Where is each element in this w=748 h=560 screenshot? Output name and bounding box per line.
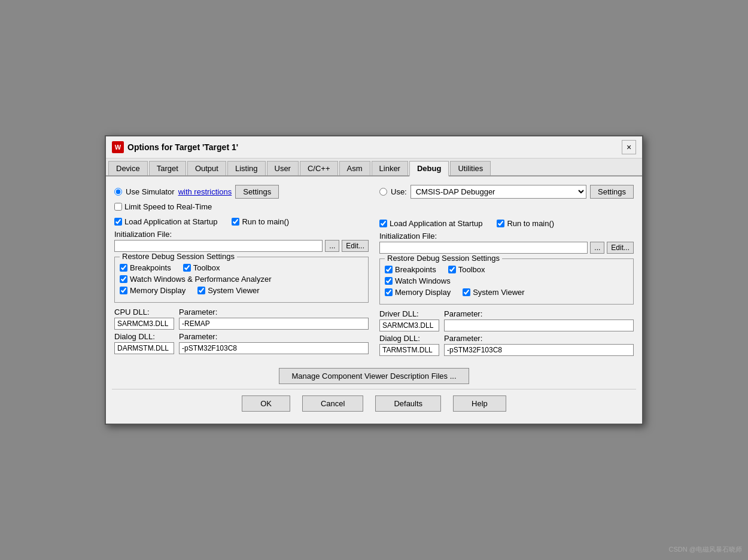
right-sysviewer-checkbox[interactable]	[463, 288, 470, 296]
defaults-button[interactable]: Defaults	[375, 395, 441, 412]
left-memory-checkbox[interactable]	[120, 287, 127, 294]
tab-linker[interactable]: Linker	[372, 161, 408, 175]
right-edit-button[interactable]: Edit...	[607, 242, 634, 254]
left-cpu-param-input[interactable]	[179, 318, 369, 330]
right-restore-group: Restore Debug Session Settings Breakpoin…	[379, 258, 634, 305]
right-watch-label: Watch Windows	[395, 276, 451, 285]
use-simulator-label: Use Simulator	[126, 187, 175, 196]
options-dialog: W Options for Target 'Target 1' × Device…	[105, 135, 643, 425]
tab-bar: Device Target Output Listing User C/C++ …	[106, 159, 642, 176]
right-settings-button[interactable]: Settings	[590, 185, 634, 199]
left-load-app-checkbox[interactable]	[114, 218, 122, 226]
left-dialog-dll-col: Dialog DLL:	[114, 332, 174, 354]
left-restore-inner: Breakpoints Toolbox Watch Windows & Perf…	[120, 263, 363, 297]
tab-debug[interactable]: Debug	[409, 161, 449, 176]
right-init-file-label: Initialization File:	[379, 232, 634, 241]
left-toolbox-checkbox[interactable]	[183, 264, 191, 272]
tab-utilities[interactable]: Utilities	[450, 161, 491, 175]
left-sysviewer-label: System Viewer	[208, 286, 259, 295]
left-init-file-input[interactable]	[114, 240, 323, 252]
right-dialog-dll-input[interactable]	[379, 344, 439, 356]
ok-button[interactable]: OK	[242, 395, 290, 412]
left-dialog-param-input[interactable]	[179, 342, 369, 354]
right-run-to-main-checkbox[interactable]	[497, 220, 504, 227]
left-watch-row: Watch Windows & Performance Analyzer	[120, 275, 363, 284]
right-dialog-dll-label: Dialog DLL:	[379, 334, 439, 343]
load-app-row: Load Application at Startup Run to main(…	[114, 217, 369, 226]
left-breakpoints-label: Breakpoints	[130, 263, 171, 272]
title-bar-left: W Options for Target 'Target 1'	[112, 141, 238, 153]
left-dialog-dll-input[interactable]	[114, 342, 174, 354]
left-dialog-param-col: Parameter:	[179, 332, 369, 354]
right-driver-param-input[interactable]	[444, 319, 634, 331]
left-settings-button[interactable]: Settings	[235, 185, 279, 199]
use-simulator-radio[interactable]	[114, 188, 122, 196]
right-dialog-param-col: Parameter:	[444, 334, 634, 356]
right-memory-checkbox[interactable]	[385, 288, 393, 296]
left-browse-button[interactable]: ...	[325, 240, 339, 252]
right-driver-dll-input[interactable]	[379, 319, 439, 331]
left-run-to-main-checkbox[interactable]	[232, 218, 239, 226]
right-run-to-main-label: Run to main()	[507, 219, 554, 228]
cancel-button[interactable]: Cancel	[302, 395, 363, 412]
right-load-app-label: Load Application at Startup	[390, 219, 482, 228]
with-restrictions-link[interactable]: with restrictions	[178, 187, 232, 196]
left-section: Use Simulator with restrictions Settings…	[112, 182, 371, 361]
two-col-layout: Use Simulator with restrictions Settings…	[112, 182, 636, 361]
use-debugger-radio[interactable]	[379, 188, 387, 196]
manage-row: Manage Component Viewer Description File…	[112, 368, 636, 384]
right-dialog-param-input[interactable]	[444, 344, 634, 356]
limit-speed-checkbox[interactable]	[114, 203, 122, 211]
right-load-app-checkbox[interactable]	[379, 220, 387, 227]
tab-listing[interactable]: Listing	[227, 161, 266, 175]
tab-user[interactable]: User	[267, 161, 299, 175]
footer-buttons: OK Cancel Defaults Help	[112, 389, 636, 418]
help-button[interactable]: Help	[453, 395, 506, 412]
right-driver-dll-row: Driver DLL: Parameter:	[379, 309, 634, 331]
left-init-file-label: Initialization File:	[114, 230, 369, 239]
right-dialog-dll-col: Dialog DLL:	[379, 334, 439, 356]
left-cpu-dll-input[interactable]	[114, 318, 174, 330]
left-breakpoints-row: Breakpoints	[120, 263, 171, 272]
left-edit-button[interactable]: Edit...	[342, 240, 369, 252]
right-toolbox-label: Toolbox	[458, 265, 485, 274]
left-watch-checkbox[interactable]	[120, 275, 127, 283]
right-toolbox-row: Toolbox	[448, 265, 485, 274]
left-breakpoints-checkbox[interactable]	[120, 264, 127, 272]
right-watch-row: Watch Windows	[385, 276, 628, 285]
left-sysviewer-checkbox[interactable]	[197, 287, 205, 294]
simulator-row: Use Simulator with restrictions Settings	[114, 185, 369, 199]
right-breakpoints-label: Breakpoints	[395, 265, 436, 274]
left-cpu-dll-col: CPU DLL:	[114, 308, 174, 330]
right-sysviewer-label: System Viewer	[473, 288, 524, 297]
right-memory-label: Memory Display	[395, 288, 451, 297]
right-init-file-input[interactable]	[379, 242, 588, 254]
right-driver-dll-col: Driver DLL:	[379, 309, 439, 331]
tab-target[interactable]: Target	[149, 161, 186, 175]
right-breakpoints-row: Breakpoints	[385, 265, 436, 274]
right-driver-param-col: Parameter:	[444, 309, 634, 331]
tab-asm[interactable]: Asm	[339, 161, 370, 175]
manage-button[interactable]: Manage Component Viewer Description File…	[279, 368, 469, 384]
left-watch-label: Watch Windows & Performance Analyzer	[130, 275, 272, 284]
left-dialog-param-label: Parameter:	[179, 332, 369, 341]
title-bar: W Options for Target 'Target 1' ×	[106, 136, 642, 159]
tab-cpp[interactable]: C/C++	[300, 161, 338, 175]
debugger-dropdown[interactable]: CMSIS-DAP Debugger	[411, 185, 586, 199]
right-memory-row: Memory Display	[385, 288, 451, 297]
left-dll-section: CPU DLL: Parameter: Dialog DLL:	[114, 308, 369, 354]
left-cpu-param-col: Parameter:	[179, 308, 369, 330]
left-cpu-param-label: Parameter:	[179, 308, 369, 316]
tab-device[interactable]: Device	[108, 161, 148, 175]
right-browse-button[interactable]: ...	[590, 242, 604, 254]
limit-speed-label: Limit Speed to Real-Time	[124, 202, 212, 211]
right-toolbox-checkbox[interactable]	[448, 266, 456, 273]
close-button[interactable]: ×	[622, 140, 636, 154]
left-sysviewer-row: System Viewer	[197, 286, 259, 295]
tab-output[interactable]: Output	[187, 161, 226, 175]
right-breakpoints-checkbox[interactable]	[385, 266, 393, 273]
right-driver-param-label: Parameter:	[444, 309, 634, 318]
right-watch-checkbox[interactable]	[385, 277, 393, 285]
left-dialog-dll-label: Dialog DLL:	[114, 332, 174, 341]
right-restore-group-title: Restore Debug Session Settings	[385, 254, 502, 263]
